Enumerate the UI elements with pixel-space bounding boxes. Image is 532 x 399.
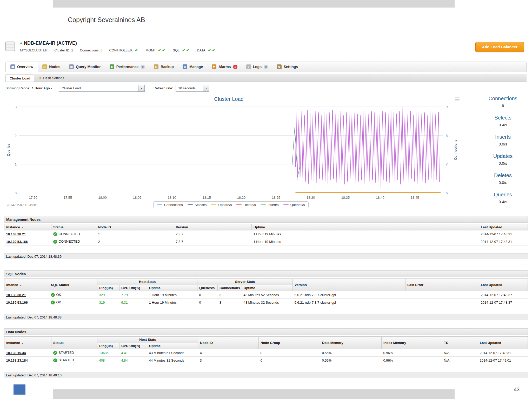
- legend-item[interactable]: Delete/s: [236, 203, 256, 207]
- x-axis-tick: 18:45: [411, 196, 419, 200]
- refresh-rate-select[interactable]: 10 seconds ▾: [176, 85, 209, 92]
- col-last-updated[interactable]: Last Updated: [479, 279, 528, 291]
- cell: 0: [197, 291, 218, 299]
- status-cell: ✓CONNECTED: [51, 238, 96, 245]
- tab-nodes[interactable]: ◫Nodes: [38, 62, 65, 72]
- legend-color-dash: [261, 204, 266, 205]
- cell: 4.41: [119, 349, 147, 357]
- col-instance[interactable]: Instance▲: [4, 224, 51, 230]
- cell: 2014-12-07 17:48:37: [479, 299, 528, 306]
- col-uptime[interactable]: Uptime: [252, 224, 479, 230]
- tab-logs[interactable]: ≡Logs0: [242, 62, 272, 72]
- showing-range-dropdown[interactable]: 1 Hour Ago: [32, 86, 50, 90]
- tab-alarms[interactable]: ⚑Alarms1: [207, 62, 242, 72]
- check-icon: ✔: [135, 48, 139, 52]
- y-axis-title-right: Connections: [454, 140, 457, 160]
- col-version[interactable]: Version: [174, 224, 252, 230]
- col-ts[interactable]: TS: [442, 337, 478, 349]
- cell: 43 Minutes 32 Seconds: [242, 299, 293, 306]
- y-axis-tick-right: 8: [446, 134, 448, 138]
- col-sql-status[interactable]: SQL Status: [49, 279, 97, 291]
- tab-backup[interactable]: ⊙Backup: [149, 62, 178, 72]
- cell: 2014-12-07 17:48:37: [479, 291, 528, 299]
- instance-link[interactable]: 10.138.38.21: [4, 230, 51, 238]
- check-icon: ✔✔: [182, 48, 190, 52]
- tab-performance[interactable]: ▮Performance0: [105, 62, 150, 72]
- group-host-stats: Host Stats: [97, 337, 198, 343]
- table-row: 10.138.23.184✓STARTED4084.8444 Minutes 3…: [4, 357, 528, 364]
- subtab-dash-settings[interactable]: ⚙Dash Settings: [34, 75, 68, 82]
- slide-top-strip: [53, 0, 455, 8]
- add-load-balancer-button[interactable]: Add Load Balancer: [475, 42, 524, 52]
- chart-title: Cluster Load: [5, 96, 452, 102]
- slide: Copyright Severalnines AB ●NDB-EMEA-IR (…: [0, 0, 532, 399]
- cluster-list-icon: [5, 42, 15, 51]
- col-last-error[interactable]: Last Error: [405, 279, 479, 291]
- y-axis-tick-left: 0: [15, 191, 17, 195]
- col-node-id[interactable]: Node ID: [96, 224, 174, 230]
- status-ok-icon: ✓: [53, 240, 57, 244]
- col-queries-per-s[interactable]: Queries/s: [197, 285, 218, 291]
- col-last-updated[interactable]: Last Updated: [479, 224, 528, 230]
- instance-link[interactable]: 10.138.38.21: [4, 291, 49, 299]
- logs-badge: 0: [264, 65, 268, 69]
- col-last-updated[interactable]: Last Updated: [478, 337, 528, 349]
- cell: 1 Hour 19 Minutes: [252, 238, 479, 245]
- col-node-group[interactable]: Node Group: [259, 337, 320, 349]
- status-cell: ✓CONNECTED: [51, 230, 96, 238]
- instance-link[interactable]: 10.139.53.166: [4, 238, 51, 245]
- col-instance[interactable]: Instance▲: [4, 337, 51, 349]
- col-uptime[interactable]: Uptime: [147, 343, 198, 349]
- cell: 0: [259, 357, 320, 364]
- col-instance[interactable]: Intance▲: [4, 279, 49, 291]
- sort-asc-icon: ▲: [22, 342, 24, 344]
- performance-badge: 0: [141, 65, 145, 69]
- x-axis-tick: 18:40: [376, 196, 384, 200]
- cell: 7.3.7: [174, 238, 252, 245]
- alarms-icon: ⚑: [212, 64, 216, 69]
- col-status[interactable]: Status: [51, 337, 97, 349]
- table-row: 10.138.38.21✓CONNECTED17.3.71 Hour 19 Mi…: [4, 230, 528, 238]
- cluster-title: ●NDB-EMEA-IR (ACTIVE): [20, 41, 77, 46]
- legend-item[interactable]: Queries/s: [283, 203, 305, 207]
- slide-blue-marker: [14, 384, 25, 395]
- logs-icon: ≡: [246, 64, 251, 69]
- legend-item[interactable]: Select/s: [188, 203, 207, 207]
- col-index-memory[interactable]: Index Memory: [382, 337, 442, 349]
- subtab-cluster-load[interactable]: Cluster Load: [5, 75, 34, 82]
- legend-item[interactable]: Insert/s: [261, 203, 279, 207]
- col-uptime[interactable]: Uptime: [242, 285, 293, 291]
- cell: 0: [259, 349, 320, 357]
- status-ok-icon: ✓: [53, 358, 57, 362]
- col-uptime[interactable]: Uptime: [147, 285, 197, 291]
- cluster-header: ●NDB-EMEA-IR (ACTIVE) MYSQLCLUSTER Clust…: [5, 40, 527, 56]
- tab-manage[interactable]: ▤Manage: [178, 62, 207, 72]
- tab-overview[interactable]: ▦Overview: [6, 62, 38, 72]
- cell: 2014-12-07 17:48:31: [479, 230, 528, 238]
- col-data-memory[interactable]: Data Memory: [320, 337, 382, 349]
- legend-item[interactable]: Connections: [157, 203, 183, 207]
- instance-link[interactable]: 10.139.53.166: [4, 299, 49, 306]
- legend-item[interactable]: Update/s: [211, 203, 232, 207]
- group-server-stats: Server Stats: [197, 279, 293, 285]
- data-nodes-table: Instance▲ Status Host Stats Node ID Node…: [4, 336, 528, 364]
- stat-connections: Connections6: [488, 96, 517, 108]
- tab-query-monitor[interactable]: ▥Query Monitor: [65, 62, 105, 72]
- table-row: 10.138.15.44✓STARTED136854.4143 Minutes …: [4, 349, 528, 357]
- col-status[interactable]: Status: [51, 224, 96, 230]
- tab-settings[interactable]: ⚙Settings: [272, 62, 302, 72]
- col-cpu-util[interactable]: CPU Util(%): [119, 285, 147, 291]
- cell: 1: [96, 230, 174, 238]
- y-axis-tick-right: 6: [446, 191, 448, 195]
- col-version[interactable]: Version: [293, 279, 405, 291]
- col-connections[interactable]: Connections: [218, 285, 242, 291]
- instance-link[interactable]: 10.138.23.184: [4, 357, 51, 364]
- graph-select[interactable]: Cluster Load ▾: [59, 85, 145, 92]
- col-ping[interactable]: Ping(us): [97, 343, 119, 349]
- chart-menu-icon[interactable]: ☰: [454, 96, 460, 103]
- col-node-id[interactable]: Node ID: [198, 337, 259, 349]
- col-cpu-util[interactable]: CPU Util(%): [119, 343, 147, 349]
- instance-link[interactable]: 10.138.15.44: [4, 349, 51, 357]
- col-ping[interactable]: Ping(us): [97, 285, 119, 291]
- cluster-connections: Connections: 6: [80, 48, 102, 52]
